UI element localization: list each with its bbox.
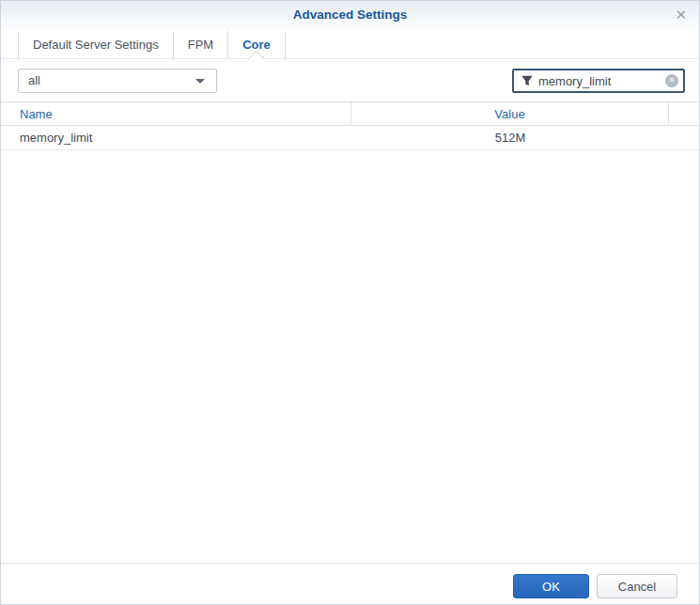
dialog-title: Advanced Settings <box>293 8 408 22</box>
row-value-cell: 512M <box>351 126 669 150</box>
chevron-down-icon <box>195 79 205 84</box>
tab-default-server-settings-label: Default Server Settings <box>33 38 159 52</box>
ok-button[interactable]: OK <box>513 574 589 598</box>
tab-core[interactable]: Core <box>228 31 286 58</box>
column-header-value[interactable]: Value <box>351 102 669 126</box>
filter-scope-dropdown[interactable]: all <box>18 69 217 93</box>
filter-funnel-icon <box>521 74 534 90</box>
cancel-button[interactable]: Cancel <box>597 574 677 598</box>
column-header-name[interactable]: Name <box>1 102 351 126</box>
table-header: Name Value <box>1 101 699 126</box>
advanced-settings-dialog: Advanced Settings ✕ Default Server Setti… <box>0 0 700 605</box>
row-name-cell: memory_limit <box>1 126 351 150</box>
tab-bar: Default Server Settings FPM Core <box>1 31 699 59</box>
tab-fpm-label: FPM <box>188 38 213 52</box>
search-box: ✕ <box>512 69 685 93</box>
close-icon[interactable]: ✕ <box>675 1 687 29</box>
filter-scope-value: all <box>28 73 40 87</box>
clear-search-icon[interactable]: ✕ <box>665 74 678 87</box>
search-input[interactable] <box>538 70 661 91</box>
tab-core-label: Core <box>242 38 271 52</box>
tab-default-server-settings[interactable]: Default Server Settings <box>18 31 174 58</box>
dialog-footer: OK Cancel <box>1 563 699 604</box>
table-row[interactable]: memory_limit 512M <box>1 126 699 150</box>
dialog-titlebar: Advanced Settings ✕ <box>1 1 699 29</box>
tab-fpm[interactable]: FPM <box>174 31 228 58</box>
